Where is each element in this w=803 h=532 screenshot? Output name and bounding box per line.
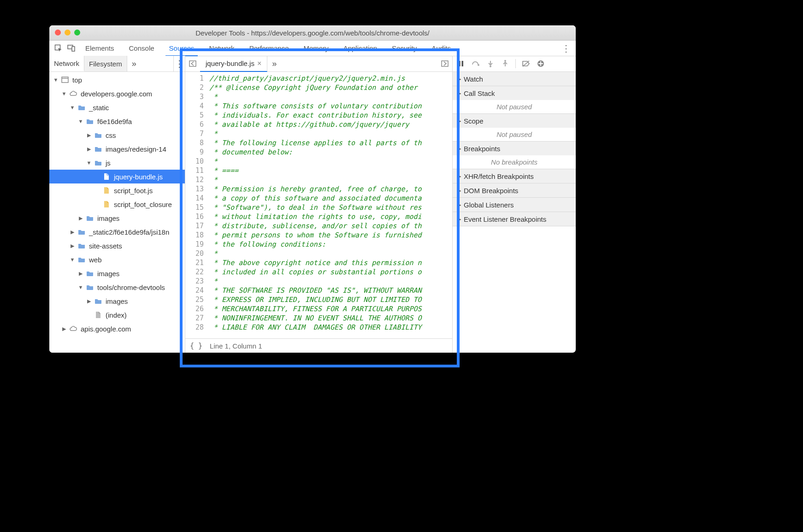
main-tab-performance[interactable]: Performance xyxy=(242,41,296,56)
tree-item[interactable]: ▶apis.google.com xyxy=(49,322,185,336)
debug-section-header[interactable]: ▶Breakpoints xyxy=(453,142,576,155)
folder-icon xyxy=(94,160,103,166)
folder-icon xyxy=(85,118,94,124)
chevron-right-icon[interactable]: ▶ xyxy=(86,132,92,138)
file-tree[interactable]: ▼top▼developers.google.com▼_static▼f6e16… xyxy=(49,72,185,353)
tree-item[interactable]: ▶images/redesign-14 xyxy=(49,142,185,156)
debug-section-header[interactable]: ▶Global Listeners xyxy=(453,198,576,212)
more-options-icon[interactable]: ⋮ xyxy=(559,41,573,56)
tree-item[interactable]: ▼tools/chrome-devtools xyxy=(49,280,185,294)
cursor-position: Line 1, Column 1 xyxy=(210,342,262,350)
tree-item[interactable]: ▶site-assets xyxy=(49,239,185,253)
debug-section: ▶BreakpointsNo breakpoints xyxy=(453,142,576,169)
tree-item[interactable]: ▼_static xyxy=(49,100,185,114)
tree-item-label: js xyxy=(106,159,111,167)
folder-icon xyxy=(85,215,94,221)
chevron-right-icon[interactable]: ▶ xyxy=(78,271,83,277)
chevron-down-icon[interactable]: ▼ xyxy=(53,77,59,83)
main-tab-security[interactable]: Security xyxy=(384,41,424,56)
debug-section-header[interactable]: ▶Scope xyxy=(453,114,576,128)
tree-item[interactable]: ▼f6e16de9fa xyxy=(49,114,185,128)
navigator-tab-filesystem[interactable]: Filesystem xyxy=(84,56,127,71)
debug-section-header[interactable]: ▶Event Listener Breakpoints xyxy=(453,212,576,226)
tree-item[interactable]: ▶images xyxy=(49,294,185,308)
debug-section-header[interactable]: ▶XHR/fetch Breakpoints xyxy=(453,169,576,183)
main-tab-network[interactable]: Network xyxy=(202,41,242,56)
pause-on-exceptions-icon[interactable] xyxy=(534,57,547,70)
folder-icon xyxy=(77,256,86,263)
navigator-more-icon[interactable]: » xyxy=(127,56,141,71)
navigator-options-icon[interactable]: ⋮ xyxy=(173,56,185,71)
debug-section-header[interactable]: ▶Watch xyxy=(453,72,576,86)
step-into-icon[interactable] xyxy=(484,57,497,70)
tree-item[interactable]: ▶images xyxy=(49,211,185,225)
tree-item-label: _static2/f6e16de9fa/jsi18n xyxy=(89,228,169,236)
chevron-down-icon[interactable]: ▼ xyxy=(61,91,67,96)
close-tab-icon[interactable]: × xyxy=(257,59,261,68)
device-toolbar-icon[interactable] xyxy=(65,41,78,56)
chevron-right-icon: ▶ xyxy=(456,202,462,208)
tree-item[interactable]: ▶_static2/f6e16de9fa/jsi18n xyxy=(49,225,185,239)
hide-debugger-icon[interactable] xyxy=(437,56,452,71)
file-icon xyxy=(102,187,111,194)
svg-rect-8 xyxy=(462,61,464,66)
deactivate-breakpoints-icon[interactable] xyxy=(520,57,532,70)
code-editor[interactable]: 1234567891011121314151617181920212223242… xyxy=(185,72,452,338)
cloud-icon xyxy=(69,325,78,332)
main-tab-application[interactable]: Application xyxy=(336,41,384,56)
zoom-window-button[interactable] xyxy=(74,30,80,35)
chevron-right-icon[interactable]: ▶ xyxy=(86,298,92,304)
tree-item[interactable]: ▼top xyxy=(49,73,185,87)
chevron-down-icon[interactable]: ▼ xyxy=(70,105,75,110)
chevron-down-icon[interactable]: ▼ xyxy=(78,284,83,290)
close-window-button[interactable] xyxy=(55,30,61,35)
navigator-tab-network[interactable]: Network xyxy=(49,56,84,71)
tree-item[interactable]: jquery-bundle.js xyxy=(49,170,185,183)
tree-item-label: _static xyxy=(89,104,109,112)
tree-item-label: apis.google.com xyxy=(81,325,131,333)
debug-section-header[interactable]: ▶Call Stack xyxy=(453,86,576,100)
tree-item[interactable]: ▼developers.google.com xyxy=(49,87,185,100)
hide-navigator-icon[interactable] xyxy=(185,56,200,71)
main-tab-console[interactable]: Console xyxy=(122,41,162,56)
tree-item[interactable]: ▶images xyxy=(49,266,185,280)
debug-section-header[interactable]: ▶DOM Breakpoints xyxy=(453,183,576,197)
tree-item[interactable]: ▼web xyxy=(49,253,185,266)
chevron-right-icon[interactable]: ▶ xyxy=(70,243,75,249)
chevron-right-icon[interactable]: ▶ xyxy=(61,326,67,332)
chevron-right-icon: ▶ xyxy=(456,188,462,194)
chevron-right-icon[interactable]: ▶ xyxy=(70,229,75,235)
editor-tab-active[interactable]: jquery-bundle.js × xyxy=(200,56,267,72)
step-out-icon[interactable] xyxy=(499,57,512,70)
tree-item-label: developers.google.com xyxy=(81,90,152,98)
debugger-pane: ▶Watch▶Call StackNot paused▶ScopeNot pau… xyxy=(453,56,576,353)
tree-item[interactable]: script_foot_closure xyxy=(49,197,185,211)
main-tab-memory[interactable]: Memory xyxy=(296,41,336,56)
step-over-icon[interactable] xyxy=(469,57,482,70)
svg-rect-7 xyxy=(459,61,461,66)
editor-more-tabs-icon[interactable]: » xyxy=(267,56,281,71)
window-icon xyxy=(60,77,70,83)
tree-item-label: images xyxy=(97,270,119,278)
tree-item[interactable]: (index) xyxy=(49,308,185,322)
chevron-down-icon[interactable]: ▼ xyxy=(78,118,83,124)
main-tab-audits[interactable]: Audits xyxy=(424,41,458,56)
file-gray-icon xyxy=(94,311,103,319)
tree-item[interactable]: script_foot.js xyxy=(49,183,185,197)
tree-item[interactable]: ▶css xyxy=(49,128,185,142)
editor-tab-label: jquery-bundle.js xyxy=(206,59,254,67)
minimize-window-button[interactable] xyxy=(65,30,71,35)
main-tab-elements[interactable]: Elements xyxy=(78,41,122,56)
chevron-right-icon[interactable]: ▶ xyxy=(78,215,83,221)
chevron-right-icon[interactable]: ▶ xyxy=(86,146,92,152)
inspect-element-icon[interactable] xyxy=(52,41,65,56)
svg-rect-2 xyxy=(72,47,75,51)
chevron-down-icon[interactable]: ▼ xyxy=(70,257,75,262)
svg-line-12 xyxy=(523,61,529,66)
main-tab-sources[interactable]: Sources xyxy=(162,41,202,56)
tree-item[interactable]: ▼js xyxy=(49,156,185,170)
chevron-down-icon[interactable]: ▼ xyxy=(86,160,92,166)
pause-icon[interactable] xyxy=(455,57,467,70)
chevron-right-icon: ▶ xyxy=(456,118,462,124)
pretty-print-icon[interactable]: { } xyxy=(190,342,202,350)
